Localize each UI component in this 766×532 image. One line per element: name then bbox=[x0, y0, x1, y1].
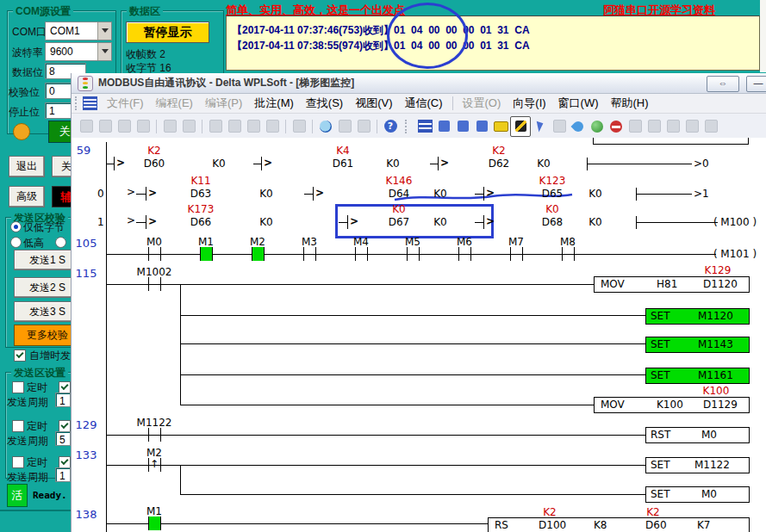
instruction-box: MOVK100D1129 bbox=[594, 397, 750, 413]
redo-icon bbox=[179, 117, 198, 136]
ladder-wire bbox=[475, 194, 483, 195]
minimize-button[interactable]: — bbox=[746, 76, 766, 92]
contact-bar bbox=[160, 428, 161, 442]
pc-to-plc-icon bbox=[626, 117, 645, 136]
pointer-icon[interactable] bbox=[531, 117, 550, 136]
timer-extra-checkbox-1[interactable] bbox=[59, 381, 71, 393]
period-input-3[interactable]: 1 bbox=[55, 467, 71, 482]
monitor-value: K129 bbox=[705, 264, 732, 276]
frames-received-stat: 收帧数 2 bbox=[126, 47, 165, 62]
monitor-value: K0 bbox=[392, 203, 406, 215]
undo-icon bbox=[160, 117, 179, 136]
checksum-radio-3[interactable] bbox=[55, 237, 66, 248]
contact-label: M1 bbox=[146, 505, 162, 517]
ladder-wire bbox=[106, 435, 645, 436]
period-input-2[interactable]: 5 bbox=[55, 431, 71, 446]
screen: 简单、实用、高效，这是一个出发点 阿猫串口开源学习资料 【2017-04-11 … bbox=[0, 0, 766, 532]
docked-toolbar-icon[interactable] bbox=[83, 96, 97, 110]
ladder-wire bbox=[180, 465, 181, 494]
online-monitor-icon[interactable] bbox=[510, 116, 531, 137]
receive-log[interactable]: 【2017-04-11 07:37:46(753)收到】01 04 00 00 … bbox=[226, 15, 760, 71]
swap-language-button[interactable]: ⇔ bbox=[707, 76, 739, 92]
timer-checkbox-3[interactable] bbox=[12, 456, 24, 468]
timer-label-1: 定时 bbox=[27, 380, 47, 395]
instruction-operand: RS bbox=[495, 519, 508, 531]
timer-checkbox-1[interactable] bbox=[12, 381, 24, 393]
ladder-wire bbox=[106, 465, 645, 466]
ladder-text: K0 bbox=[589, 216, 602, 228]
contact-bar bbox=[315, 247, 316, 261]
instruction-box: SETM0 bbox=[645, 486, 750, 503]
save-all-icon bbox=[134, 117, 153, 136]
menu-communication[interactable]: 通信(C) bbox=[398, 96, 448, 111]
compare-contact-bar bbox=[313, 187, 314, 201]
pause-display-button[interactable]: 暂停显示 bbox=[126, 22, 209, 43]
stop-plc-icon[interactable] bbox=[607, 117, 626, 136]
ladder-out-view-icon[interactable] bbox=[415, 117, 434, 136]
ladder-text: K0 bbox=[212, 158, 226, 170]
ladder-monitor-icon[interactable] bbox=[453, 117, 472, 136]
instruction-box: SETM1122 bbox=[645, 457, 750, 473]
compare-contact-symbol: > bbox=[440, 157, 449, 169]
compare-contact-bar bbox=[438, 157, 439, 170]
timer-checkbox-2[interactable] bbox=[12, 420, 24, 432]
baud-rate-label: 波特率 bbox=[12, 46, 43, 60]
help-icon[interactable]: ? bbox=[381, 117, 400, 136]
ladder-text: K0 bbox=[589, 188, 602, 200]
message-balloon-icon[interactable] bbox=[569, 117, 588, 136]
timer-extra-checkbox-3[interactable] bbox=[59, 456, 71, 468]
exit-button[interactable]: 退出 bbox=[9, 156, 45, 177]
app-icon-dot-yellow bbox=[83, 82, 88, 84]
contact-bar bbox=[160, 517, 161, 530]
open-file-icon bbox=[96, 117, 115, 136]
ladder-diagram-canvas[interactable]: 59>K2D60K0>K4D61K0>K2D62K0>00>>K11D63K0>… bbox=[72, 138, 766, 532]
instruction-operand: D60 bbox=[645, 519, 667, 531]
menu-window[interactable]: 窗口(W) bbox=[552, 96, 605, 111]
online-mode-icon[interactable] bbox=[588, 117, 607, 136]
ladder-wire bbox=[106, 254, 716, 255]
menu-wizard[interactable]: 向导(I) bbox=[507, 96, 551, 111]
register-table-icon[interactable] bbox=[491, 117, 510, 136]
parity-label: 校验位 bbox=[9, 85, 40, 100]
delete-icon bbox=[263, 117, 282, 136]
instruction-operand: H81 bbox=[657, 278, 677, 290]
monitor-value: K2 bbox=[492, 145, 506, 157]
wplsoft-window: MODBUS自由通讯协议 - Delta WPLSoft - [梯形图监控] ⇔… bbox=[71, 73, 766, 532]
menu-help[interactable]: 帮助(H) bbox=[605, 96, 655, 111]
menu-view[interactable]: 视图(V) bbox=[349, 96, 398, 111]
monitor-value: K0 bbox=[545, 203, 559, 215]
copy-icon bbox=[225, 117, 244, 136]
instruction-operand: M0 bbox=[701, 488, 717, 500]
zoom-icon[interactable] bbox=[316, 117, 335, 136]
ladder-wire bbox=[253, 164, 261, 164]
com-port-select[interactable]: COM1 bbox=[45, 22, 112, 40]
advanced-button[interactable]: 高级 bbox=[9, 186, 45, 207]
compare-contact-bar bbox=[146, 215, 146, 229]
low-high-radio[interactable] bbox=[10, 237, 22, 248]
chevron-down-icon[interactable] bbox=[97, 43, 111, 60]
instruction-view-icon[interactable] bbox=[434, 117, 453, 136]
auto-increment-checkbox[interactable] bbox=[14, 350, 26, 362]
monitor-value: K4 bbox=[336, 145, 350, 157]
ladder-wire bbox=[636, 194, 692, 195]
ladder-wire bbox=[136, 194, 146, 195]
toolbar-grip[interactable] bbox=[75, 96, 80, 110]
baud-rate-select[interactable]: 9600 bbox=[45, 42, 112, 61]
log-line: 【2017-04-11 07:38:55(974)收到】01 04 00 00 … bbox=[232, 39, 530, 53]
comment-view-icon[interactable] bbox=[472, 117, 491, 136]
ladder-text: K0 bbox=[433, 188, 447, 200]
menu-comments[interactable]: 批注(M) bbox=[248, 96, 300, 111]
contact-bar bbox=[574, 247, 575, 261]
low-byte-radio[interactable] bbox=[10, 221, 22, 232]
contact-active-fill bbox=[149, 517, 160, 530]
instruction-operand: SET bbox=[651, 369, 670, 381]
compare-contact-symbol: > bbox=[486, 187, 495, 199]
timer-extra-checkbox-2[interactable] bbox=[59, 420, 71, 432]
toolbar-separator bbox=[308, 117, 316, 136]
menu-search[interactable]: 查找(S) bbox=[300, 96, 349, 111]
toolbar-separator bbox=[373, 117, 381, 136]
title-bar[interactable]: MODBUS自由通讯协议 - Delta WPLSoft - [梯形图监控] ⇔… bbox=[72, 73, 766, 94]
ladder-text: D67 bbox=[389, 216, 410, 228]
chevron-down-icon[interactable] bbox=[97, 22, 111, 40]
period-input-1[interactable]: 1 bbox=[55, 393, 71, 407]
